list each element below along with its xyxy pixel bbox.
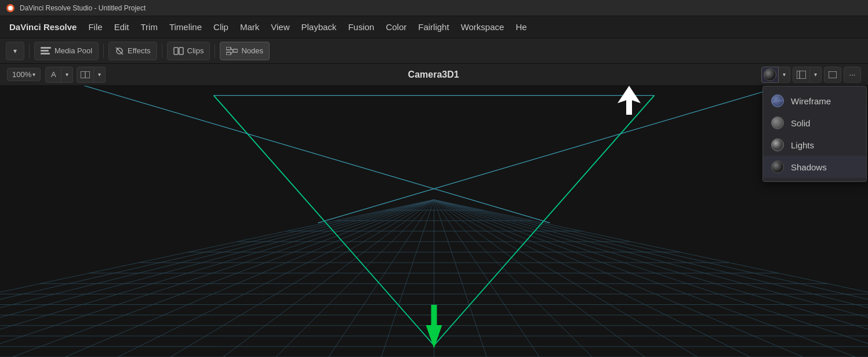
render-solid-item[interactable]: Solid xyxy=(763,112,866,134)
menu-fairlight[interactable]: Fairlight xyxy=(412,20,455,34)
svg-point-1 xyxy=(8,6,13,10)
panel-dropdown-button[interactable]: ▾ xyxy=(6,42,24,60)
view-mode-button[interactable] xyxy=(77,67,94,83)
shadows-label: Shadows xyxy=(791,162,827,172)
menu-fusion[interactable]: Fusion xyxy=(342,20,380,34)
render-mode-dropdown-menu: Wireframe Solid Lights Shadows xyxy=(762,86,867,182)
svg-rect-3 xyxy=(41,50,49,52)
render-wireframe-item[interactable]: Wireframe xyxy=(763,90,866,112)
wireframe-label: Wireframe xyxy=(791,96,831,106)
toolbar-separator-4 xyxy=(215,44,215,58)
toolbar-separator-1 xyxy=(29,44,30,58)
menu-playback[interactable]: Playback xyxy=(296,20,343,34)
svg-point-7 xyxy=(117,48,119,49)
menu-davinci[interactable]: DaVinci Resolve xyxy=(3,20,82,34)
menu-timeline[interactable]: Timeline xyxy=(164,20,208,34)
shadows-sphere-icon xyxy=(771,161,784,173)
nodes-label: Nodes xyxy=(241,46,263,55)
lights-sphere-icon xyxy=(771,139,784,151)
render-mode-group: ▾ xyxy=(761,67,790,83)
nodes-button[interactable]: Nodes xyxy=(220,42,270,60)
zoom-value: 100% xyxy=(12,70,31,79)
viewer-header: 100% ▾ A ▾ ▾ Camera3D1 xyxy=(0,64,868,86)
svg-rect-8 xyxy=(174,48,178,54)
render-lights-item[interactable]: Lights xyxy=(763,134,866,156)
viewer-wrapper: 100% ▾ A ▾ ▾ Camera3D1 xyxy=(0,64,868,357)
menu-workspace[interactable]: Workspace xyxy=(455,20,510,34)
menu-color[interactable]: Color xyxy=(380,20,412,34)
solid-label: Solid xyxy=(791,118,810,128)
svg-rect-11 xyxy=(226,52,231,55)
media-pool-button[interactable]: Media Pool xyxy=(34,42,99,60)
solid-sphere-icon xyxy=(771,116,784,129)
clips-button[interactable]: Clips xyxy=(167,42,210,60)
render-mode-button[interactable] xyxy=(761,67,779,83)
svg-rect-2 xyxy=(41,47,51,49)
menu-view[interactable]: View xyxy=(265,20,295,34)
svg-rect-9 xyxy=(179,48,183,54)
svg-rect-4 xyxy=(41,53,50,54)
frame-button[interactable] xyxy=(824,67,841,83)
menu-mark[interactable]: Mark xyxy=(234,20,265,34)
3d-viewport xyxy=(0,86,868,357)
viewer-controls: ▾ ▾ ··· xyxy=(761,67,861,83)
layout-group: ▾ xyxy=(793,67,822,83)
view-mode-dropdown[interactable]: ▾ xyxy=(94,67,106,83)
wireframe-sphere-icon xyxy=(771,94,784,107)
zoom-chevron-icon: ▾ xyxy=(32,71,35,78)
text-overlay-group: A ▾ xyxy=(45,67,73,83)
render-mode-dropdown[interactable]: ▾ xyxy=(779,67,790,83)
menu-clip[interactable]: Clip xyxy=(208,20,234,34)
layout-button[interactable] xyxy=(793,67,810,83)
clips-label: Clips xyxy=(187,46,204,55)
svg-rect-12 xyxy=(233,49,238,52)
app-icon xyxy=(6,3,15,13)
effects-icon xyxy=(115,46,124,56)
svg-rect-10 xyxy=(226,47,231,50)
effects-button[interactable]: Effects xyxy=(108,42,157,60)
media-pool-icon xyxy=(41,47,51,55)
view-mode-icon xyxy=(81,71,90,78)
zoom-control[interactable]: 100% ▾ xyxy=(7,68,41,81)
clips-icon xyxy=(173,47,184,55)
media-pool-label: Media Pool xyxy=(55,46,92,55)
lights-label: Lights xyxy=(791,140,814,150)
svg-rect-17 xyxy=(797,71,806,79)
layout-dropdown[interactable]: ▾ xyxy=(810,67,822,83)
text-overlay-button[interactable]: A xyxy=(45,67,61,83)
window-title: DaVinci Resolve Studio - Untitled Projec… xyxy=(20,4,146,12)
view-mode-group: ▾ xyxy=(77,67,106,83)
chevron-down-icon: ▾ xyxy=(13,47,17,55)
menu-trim[interactable]: Trim xyxy=(135,20,163,34)
text-overlay-dropdown[interactable]: ▾ xyxy=(61,67,73,83)
layout-icon xyxy=(797,71,806,79)
more-options-button[interactable]: ··· xyxy=(844,67,861,83)
toolbar: ▾ Media Pool Effects Clips xyxy=(0,38,868,64)
toolbar-separator-3 xyxy=(162,44,162,58)
menu-file[interactable]: File xyxy=(82,20,108,34)
render-shadows-item[interactable]: Shadows xyxy=(763,156,866,178)
title-bar: DaVinci Resolve Studio - Untitled Projec… xyxy=(0,0,868,16)
frame-icon xyxy=(829,71,837,78)
nodes-icon xyxy=(226,47,238,55)
menu-bar: DaVinci Resolve File Edit Trim Timeline … xyxy=(0,16,868,38)
menu-help[interactable]: He xyxy=(510,20,532,34)
effects-label: Effects xyxy=(128,46,151,55)
render-sphere-icon xyxy=(764,68,776,81)
more-options-icon: ··· xyxy=(849,70,856,79)
viewer-title: Camera3D1 xyxy=(106,70,761,80)
toolbar-separator-2 xyxy=(103,44,104,58)
menu-edit[interactable]: Edit xyxy=(108,20,135,34)
svg-rect-19 xyxy=(829,71,837,78)
